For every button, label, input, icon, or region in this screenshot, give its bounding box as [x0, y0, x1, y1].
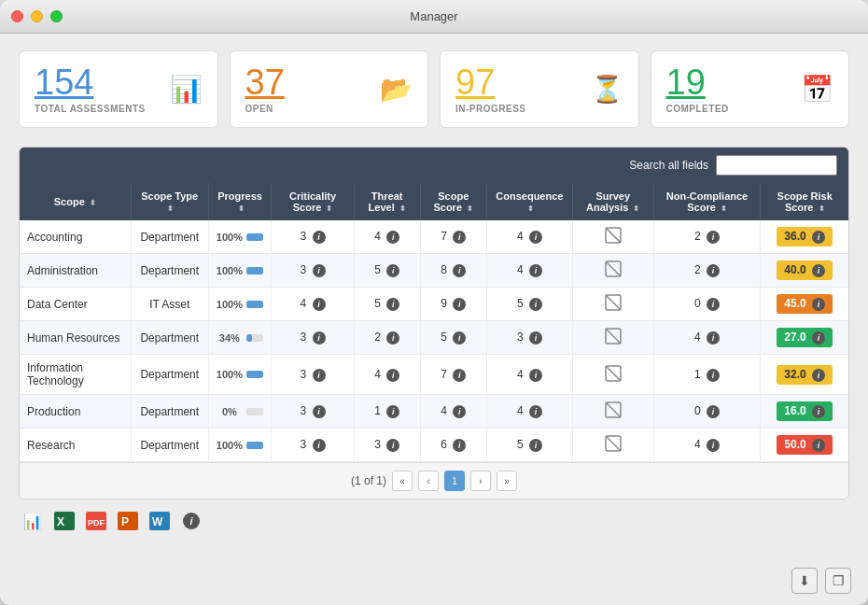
next-page-button[interactable]: › — [470, 471, 491, 491]
info-icon: i — [812, 231, 825, 244]
svg-text:W: W — [152, 515, 163, 528]
search-input[interactable] — [716, 155, 837, 176]
cell-risk-5: 16.0 i — [761, 395, 848, 429]
cell-criticality-1: 3 i — [272, 254, 355, 288]
cell-progress-1: 100% — [208, 254, 271, 288]
info-icon: i — [529, 439, 542, 452]
cell-non-compliance-6: 4 i — [653, 429, 761, 462]
expand-button[interactable]: ❐ — [825, 568, 851, 594]
cell-consequence-2: 5 i — [486, 288, 572, 321]
cell-scope-5: Production — [20, 395, 131, 429]
cell-risk-2: 45.0 i — [761, 288, 848, 321]
chart-icon[interactable]: 📊 — [21, 511, 45, 531]
cell-scope-type-6: Department — [131, 429, 208, 462]
info-icon: i — [812, 439, 825, 452]
cell-consequence-4: 4 i — [486, 355, 572, 395]
cell-survey-3 — [572, 321, 653, 355]
sort-icon-6: ⬍ — [527, 204, 534, 213]
cell-criticality-2: 4 i — [272, 288, 355, 321]
info-icon: i — [707, 264, 720, 277]
pdf-icon[interactable]: PDF — [84, 511, 108, 531]
cell-survey-1 — [572, 254, 653, 288]
col-header-6[interactable]: Consequence ⬍ — [486, 183, 572, 220]
stat-icon-open: 📂 — [380, 74, 413, 105]
stat-number-open[interactable]: 37 — [245, 64, 285, 100]
cell-scope-4: Information Technology — [20, 355, 131, 395]
info-icon: i — [386, 298, 399, 311]
cell-risk-3: 27.0 i — [761, 321, 848, 355]
cell-criticality-0: 3 i — [272, 220, 355, 254]
cell-threat-0: 4 i — [354, 220, 420, 254]
prev-page-button[interactable]: ‹ — [418, 471, 439, 491]
table-row: Production Department 0% 3 i 1 i 4 i 4 i… — [20, 395, 848, 429]
col-header-7[interactable]: Survey Analysis ⬍ — [572, 183, 653, 220]
stat-label-completed: COMPLETED — [666, 104, 729, 114]
col-header-9[interactable]: Scope Risk Score ⬍ — [761, 183, 848, 220]
col-header-3[interactable]: Criticality Score ⬍ — [272, 183, 355, 220]
cell-non-compliance-2: 0 i — [653, 288, 761, 321]
window-title: Manager — [410, 9, 457, 23]
cell-scope-2: Data Center — [20, 288, 131, 321]
minimize-button[interactable] — [31, 10, 43, 22]
word-icon[interactable]: W — [147, 511, 172, 531]
risk-badge-3: 27.0 i — [777, 328, 833, 347]
cell-scope-type-4: Department — [131, 355, 208, 395]
stat-card-completed: 19 COMPLETED 📅 — [651, 50, 850, 128]
cell-consequence-1: 4 i — [486, 254, 572, 288]
stat-left-completed: 19 COMPLETED — [666, 64, 729, 114]
cell-scope-type-2: IT Asset — [131, 288, 208, 321]
risk-badge-1: 40.0 i — [777, 260, 833, 280]
cell-survey-2 — [572, 288, 653, 321]
cell-scope-type-0: Department — [131, 220, 208, 254]
col-header-4[interactable]: Threat Level ⬍ — [354, 183, 420, 220]
last-page-button[interactable]: » — [497, 471, 517, 491]
info-icon: i — [529, 405, 542, 418]
info-icon: i — [313, 369, 326, 382]
info-icon: i — [313, 298, 326, 311]
powerpoint-icon[interactable]: P — [116, 511, 140, 531]
info-icon: i — [707, 331, 720, 345]
na-icon — [604, 227, 623, 246]
maximize-button[interactable] — [50, 10, 63, 22]
col-header-2[interactable]: Progress ⬍ — [208, 183, 271, 220]
cell-scope-score-5: 4 i — [420, 395, 486, 429]
cell-scope-type-5: Department — [131, 395, 208, 429]
info-icon: i — [453, 298, 466, 311]
cell-progress-2: 100% — [208, 288, 271, 321]
info-icon: i — [453, 405, 466, 418]
info-icon: i — [386, 405, 399, 418]
col-header-8[interactable]: Non-Compliance Score ⬍ — [653, 183, 761, 220]
col-header-5[interactable]: Scope Score ⬍ — [420, 183, 486, 220]
info-icon: i — [453, 331, 466, 345]
info-icon: i — [453, 231, 466, 244]
main-content: 154 TOTAL ASSESSMENTS 📊 37 OPEN 📂 97 IN-… — [0, 34, 868, 568]
download-button[interactable]: ⬇ — [791, 568, 818, 594]
first-page-button[interactable]: « — [392, 471, 413, 491]
info-icon: i — [453, 439, 466, 452]
stat-number-completed[interactable]: 19 — [666, 64, 729, 100]
na-icon — [604, 435, 623, 454]
cell-risk-1: 40.0 i — [761, 254, 848, 288]
info-icon: i — [529, 298, 542, 311]
stat-left-open: 37 OPEN — [245, 64, 285, 114]
info-icon: i — [386, 264, 399, 277]
stat-icon-in-progress: ⏳ — [591, 74, 623, 105]
col-header-1[interactable]: Scope Type ⬍ — [131, 183, 208, 220]
info-icon: i — [529, 264, 542, 277]
stat-number-total[interactable]: 154 — [35, 64, 146, 100]
info-icon: i — [313, 264, 326, 277]
info-button[interactable]: i — [179, 511, 203, 531]
stat-number-in-progress[interactable]: 97 — [455, 64, 526, 100]
excel-icon[interactable]: X — [52, 511, 77, 531]
close-button[interactable] — [11, 10, 23, 22]
cell-consequence-0: 4 i — [486, 220, 572, 254]
svg-text:P: P — [121, 515, 129, 528]
page-1-button[interactable]: 1 — [444, 471, 465, 491]
cell-non-compliance-4: 1 i — [653, 355, 761, 395]
search-label: Search all fields — [629, 159, 708, 172]
cell-scope-type-3: Department — [131, 321, 208, 355]
cell-progress-0: 100% — [208, 220, 271, 254]
main-table-container: Search all fields Scope ⬍Scope Type ⬍Pro… — [19, 147, 849, 499]
col-header-0[interactable]: Scope ⬍ — [20, 183, 131, 220]
table-row: Human Resources Department 34% 3 i 2 i 5… — [20, 321, 848, 355]
